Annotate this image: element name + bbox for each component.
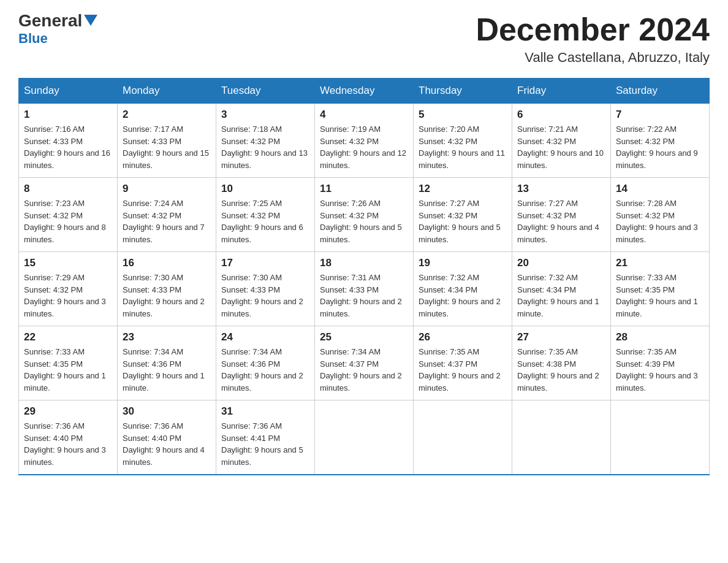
location-title: Valle Castellana, Abruzzo, Italy	[476, 50, 710, 66]
month-title: December 2024	[476, 12, 710, 47]
day-info: Sunrise: 7:34 AMSunset: 4:36 PMDaylight:…	[221, 346, 309, 394]
day-number: 7	[616, 109, 704, 121]
day-info: Sunrise: 7:24 AMSunset: 4:32 PMDaylight:…	[123, 197, 211, 245]
day-number: 3	[221, 109, 309, 121]
day-number: 24	[221, 331, 309, 343]
table-row: 18Sunrise: 7:31 AMSunset: 4:33 PMDayligh…	[315, 252, 414, 326]
day-info: Sunrise: 7:31 AMSunset: 4:33 PMDaylight:…	[320, 272, 408, 320]
table-row	[414, 400, 512, 475]
day-info: Sunrise: 7:34 AMSunset: 4:37 PMDaylight:…	[320, 346, 408, 394]
day-info: Sunrise: 7:16 AMSunset: 4:33 PMDaylight:…	[24, 123, 112, 171]
day-number: 28	[616, 331, 704, 343]
day-info: Sunrise: 7:22 AMSunset: 4:32 PMDaylight:…	[616, 123, 704, 171]
table-row: 24Sunrise: 7:34 AMSunset: 4:36 PMDayligh…	[216, 326, 315, 400]
table-row: 9Sunrise: 7:24 AMSunset: 4:32 PMDaylight…	[118, 178, 216, 252]
day-number: 16	[123, 257, 211, 269]
day-number: 10	[221, 183, 309, 195]
table-row: 23Sunrise: 7:34 AMSunset: 4:36 PMDayligh…	[118, 326, 216, 400]
table-row: 6Sunrise: 7:21 AMSunset: 4:32 PMDaylight…	[512, 104, 611, 178]
day-number: 22	[24, 331, 112, 343]
table-row: 31Sunrise: 7:36 AMSunset: 4:41 PMDayligh…	[216, 400, 315, 475]
day-number: 8	[24, 183, 112, 195]
header-thursday: Thursday	[414, 79, 512, 104]
table-row: 3Sunrise: 7:18 AMSunset: 4:32 PMDaylight…	[216, 104, 315, 178]
day-number: 19	[419, 257, 507, 269]
day-number: 29	[24, 405, 112, 418]
day-number: 23	[123, 331, 211, 343]
calendar-week-row: 15Sunrise: 7:29 AMSunset: 4:32 PMDayligh…	[19, 252, 710, 326]
logo-text-blue: Blue	[18, 31, 48, 47]
day-number: 17	[221, 257, 309, 269]
day-number: 20	[517, 257, 605, 269]
day-info: Sunrise: 7:35 AMSunset: 4:39 PMDaylight:…	[616, 346, 704, 394]
calendar-table: Sunday Monday Tuesday Wednesday Thursday…	[18, 78, 710, 475]
table-row: 26Sunrise: 7:35 AMSunset: 4:37 PMDayligh…	[414, 326, 512, 400]
table-row: 20Sunrise: 7:32 AMSunset: 4:34 PMDayligh…	[512, 252, 611, 326]
day-info: Sunrise: 7:26 AMSunset: 4:32 PMDaylight:…	[320, 197, 408, 245]
header-monday: Monday	[118, 79, 216, 104]
day-number: 14	[616, 183, 704, 195]
calendar-week-row: 22Sunrise: 7:33 AMSunset: 4:35 PMDayligh…	[19, 326, 710, 400]
day-info: Sunrise: 7:35 AMSunset: 4:38 PMDaylight:…	[517, 346, 605, 394]
table-row: 14Sunrise: 7:28 AMSunset: 4:32 PMDayligh…	[611, 178, 710, 252]
day-info: Sunrise: 7:36 AMSunset: 4:40 PMDaylight:…	[24, 420, 112, 468]
table-row: 17Sunrise: 7:30 AMSunset: 4:33 PMDayligh…	[216, 252, 315, 326]
day-number: 1	[24, 109, 112, 121]
table-row: 16Sunrise: 7:30 AMSunset: 4:33 PMDayligh…	[118, 252, 216, 326]
day-info: Sunrise: 7:30 AMSunset: 4:33 PMDaylight:…	[123, 272, 211, 320]
weekday-header-row: Sunday Monday Tuesday Wednesday Thursday…	[19, 79, 710, 104]
table-row: 5Sunrise: 7:20 AMSunset: 4:32 PMDaylight…	[414, 104, 512, 178]
table-row: 8Sunrise: 7:23 AMSunset: 4:32 PMDaylight…	[19, 178, 118, 252]
day-number: 13	[517, 183, 605, 195]
table-row: 15Sunrise: 7:29 AMSunset: 4:32 PMDayligh…	[19, 252, 118, 326]
day-info: Sunrise: 7:23 AMSunset: 4:32 PMDaylight:…	[24, 197, 112, 245]
day-number: 18	[320, 257, 408, 269]
logo-arrow-icon	[84, 15, 97, 26]
day-info: Sunrise: 7:32 AMSunset: 4:34 PMDaylight:…	[517, 272, 605, 320]
day-info: Sunrise: 7:30 AMSunset: 4:33 PMDaylight:…	[221, 272, 309, 320]
day-info: Sunrise: 7:33 AMSunset: 4:35 PMDaylight:…	[24, 346, 112, 394]
table-row: 10Sunrise: 7:25 AMSunset: 4:32 PMDayligh…	[216, 178, 315, 252]
day-number: 12	[419, 183, 507, 195]
table-row: 28Sunrise: 7:35 AMSunset: 4:39 PMDayligh…	[611, 326, 710, 400]
table-row: 11Sunrise: 7:26 AMSunset: 4:32 PMDayligh…	[315, 178, 414, 252]
day-info: Sunrise: 7:36 AMSunset: 4:41 PMDaylight:…	[221, 420, 309, 468]
table-row: 21Sunrise: 7:33 AMSunset: 4:35 PMDayligh…	[611, 252, 710, 326]
table-row: 29Sunrise: 7:36 AMSunset: 4:40 PMDayligh…	[19, 400, 118, 475]
day-info: Sunrise: 7:28 AMSunset: 4:32 PMDaylight:…	[616, 197, 704, 245]
svg-marker-0	[84, 15, 97, 26]
day-info: Sunrise: 7:17 AMSunset: 4:33 PMDaylight:…	[123, 123, 211, 171]
header-friday: Friday	[512, 79, 611, 104]
table-row: 30Sunrise: 7:36 AMSunset: 4:40 PMDayligh…	[118, 400, 216, 475]
day-number: 15	[24, 257, 112, 269]
day-number: 11	[320, 183, 408, 195]
table-row: 4Sunrise: 7:19 AMSunset: 4:32 PMDaylight…	[315, 104, 414, 178]
day-number: 5	[419, 109, 507, 121]
table-row: 13Sunrise: 7:27 AMSunset: 4:32 PMDayligh…	[512, 178, 611, 252]
day-info: Sunrise: 7:27 AMSunset: 4:32 PMDaylight:…	[419, 197, 507, 245]
day-info: Sunrise: 7:35 AMSunset: 4:37 PMDaylight:…	[419, 346, 507, 394]
day-info: Sunrise: 7:20 AMSunset: 4:32 PMDaylight:…	[419, 123, 507, 171]
calendar-week-row: 8Sunrise: 7:23 AMSunset: 4:32 PMDaylight…	[19, 178, 710, 252]
table-row: 25Sunrise: 7:34 AMSunset: 4:37 PMDayligh…	[315, 326, 414, 400]
table-row: 7Sunrise: 7:22 AMSunset: 4:32 PMDaylight…	[611, 104, 710, 178]
day-number: 4	[320, 109, 408, 121]
day-info: Sunrise: 7:25 AMSunset: 4:32 PMDaylight:…	[221, 197, 309, 245]
day-number: 31	[221, 405, 309, 418]
day-number: 2	[123, 109, 211, 121]
title-area: December 2024 Valle Castellana, Abruzzo,…	[476, 12, 710, 66]
table-row: 19Sunrise: 7:32 AMSunset: 4:34 PMDayligh…	[414, 252, 512, 326]
day-number: 26	[419, 331, 507, 343]
day-number: 30	[123, 405, 211, 418]
table-row: 12Sunrise: 7:27 AMSunset: 4:32 PMDayligh…	[414, 178, 512, 252]
day-info: Sunrise: 7:32 AMSunset: 4:34 PMDaylight:…	[419, 272, 507, 320]
logo-text-general: General	[18, 12, 82, 29]
table-row: 1Sunrise: 7:16 AMSunset: 4:33 PMDaylight…	[19, 104, 118, 178]
day-number: 6	[517, 109, 605, 121]
table-row: 22Sunrise: 7:33 AMSunset: 4:35 PMDayligh…	[19, 326, 118, 400]
day-info: Sunrise: 7:36 AMSunset: 4:40 PMDaylight:…	[123, 420, 211, 468]
day-number: 27	[517, 331, 605, 343]
day-number: 25	[320, 331, 408, 343]
day-info: Sunrise: 7:29 AMSunset: 4:32 PMDaylight:…	[24, 272, 112, 320]
header-tuesday: Tuesday	[216, 79, 315, 104]
